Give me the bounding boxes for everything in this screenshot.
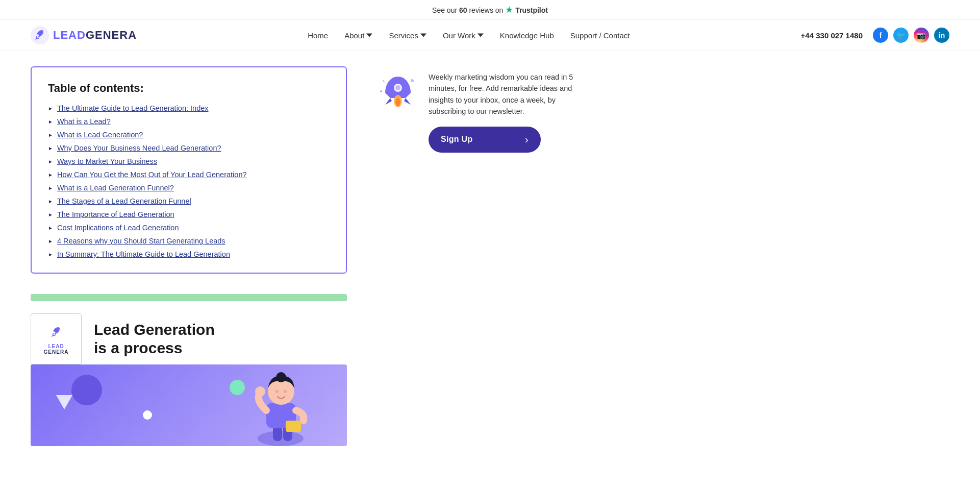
svg-point-16	[395, 98, 400, 106]
toc-arrow-icon: ►	[48, 119, 53, 125]
lead-genera-logo-text: LEADGENERA	[44, 344, 69, 355]
arrow-icon: ›	[525, 134, 529, 145]
chevron-down-icon	[366, 32, 372, 38]
toc-arrow-icon: ►	[48, 225, 53, 231]
toc-link[interactable]: Why Does Your Business Need Lead Generat…	[57, 144, 221, 152]
nav-about[interactable]: About	[344, 31, 372, 40]
right-column: Weekly marketing wisdom you can read in …	[378, 66, 949, 446]
toc-list-item: ► 4 Reasons why you Should Start Generat…	[48, 237, 330, 245]
svg-point-14	[395, 85, 400, 90]
toc-arrow-icon: ►	[48, 252, 53, 257]
nav-home[interactable]: Home	[308, 31, 328, 40]
green-divider	[31, 294, 347, 301]
svg-point-17	[411, 79, 414, 82]
main-nav: Home About Services Our Work Knowledge H…	[308, 31, 630, 40]
toc-arrow-icon: ►	[48, 212, 53, 217]
toc-list-item: ► What is a Lead?	[48, 117, 330, 126]
toc-link[interactable]: Cost Implications of Lead Generation	[57, 224, 179, 232]
toc-link[interactable]: What is a Lead Generation Funnel?	[57, 184, 174, 192]
toc-arrow-icon: ►	[48, 145, 53, 151]
toc-arrow-icon: ►	[48, 132, 53, 138]
toc-arrow-icon: ►	[48, 199, 53, 204]
newsletter-box: Weekly marketing wisdom you can read in …	[378, 71, 592, 153]
toc-link[interactable]: What is Lead Generation?	[57, 131, 143, 139]
toc-link[interactable]: How Can You Get the Most Out of Your Lea…	[57, 170, 247, 179]
newsletter-text: Weekly marketing wisdom you can read in …	[429, 71, 592, 117]
toc-list-item: ► The Importance of Lead Generation	[48, 210, 330, 218]
lead-genera-logo-icon	[47, 323, 65, 341]
toc-list-item: ► In Summary: The Ultimate Guide to Lead…	[48, 250, 330, 258]
toc-list-item: ► How Can You Get the Most Out of Your L…	[48, 170, 330, 179]
svg-point-10	[275, 390, 279, 393]
nav-services[interactable]: Services	[389, 31, 426, 40]
lead-gen-illustration	[31, 364, 347, 446]
nav-knowledge-hub[interactable]: Knowledge Hub	[500, 31, 554, 40]
logo[interactable]: LEADGENERA	[31, 26, 137, 44]
toc-list-item: ► What is a Lead Generation Funnel?	[48, 184, 330, 192]
svg-point-7	[255, 386, 265, 397]
signup-button[interactable]: Sign Up ›	[429, 127, 541, 153]
linkedin-icon[interactable]: in	[934, 28, 949, 43]
facebook-icon[interactable]: f	[873, 28, 888, 43]
illus-triangle	[56, 395, 72, 409]
toc-link[interactable]: What is a Lead?	[57, 117, 111, 126]
toc-arrow-icon: ►	[48, 172, 53, 178]
site-header: LEADGENERA Home About Services Our Work …	[0, 20, 980, 51]
social-icons: f 🐦 📷 in	[873, 28, 949, 43]
header-right: +44 330 027 1480 f 🐦 📷 in	[801, 28, 949, 43]
toc-list: ► The Ultimate Guide to Lead Generation:…	[48, 104, 330, 258]
instagram-icon[interactable]: 📷	[914, 28, 929, 43]
table-of-contents: Table of contents: ► The Ultimate Guide …	[31, 66, 347, 274]
chevron-down-icon	[478, 32, 484, 38]
svg-rect-12	[286, 421, 301, 432]
toc-link[interactable]: Ways to Market Your Business	[57, 157, 157, 165]
toc-list-item: ► Why Does Your Business Need Lead Gener…	[48, 144, 330, 152]
toc-list-item: ► What is Lead Generation?	[48, 131, 330, 139]
toc-title: Table of contents:	[48, 82, 330, 95]
trustpilot-text: See our 60 reviews on ★ Trustpilot	[432, 6, 548, 14]
nav-our-work[interactable]: Our Work	[443, 31, 484, 40]
svg-point-9	[276, 372, 286, 382]
main-content: Table of contents: ► The Ultimate Guide …	[0, 51, 980, 461]
toc-link[interactable]: The Stages of a Lead Generation Funnel	[57, 197, 191, 205]
toc-link[interactable]: The Importance of Lead Generation	[57, 210, 174, 218]
toc-list-item: ► The Ultimate Guide to Lead Generation:…	[48, 104, 330, 112]
svg-point-11	[284, 390, 287, 393]
toc-arrow-icon: ►	[48, 238, 53, 244]
toc-list-item: ► The Stages of a Lead Generation Funnel	[48, 197, 330, 205]
toc-arrow-icon: ►	[48, 159, 53, 164]
toc-arrow-icon: ►	[48, 185, 53, 191]
toc-link[interactable]: The Ultimate Guide to Lead Generation: I…	[57, 104, 209, 112]
lead-gen-title: Lead Generation is a process	[94, 321, 215, 357]
toc-list-item: ► Cost Implications of Lead Generation	[48, 224, 330, 232]
illus-dot	[143, 410, 152, 420]
nav-support[interactable]: Support / Contact	[570, 31, 630, 40]
toc-arrow-icon: ►	[48, 106, 53, 111]
illus-circle-dark	[71, 375, 102, 405]
newsletter-content: Weekly marketing wisdom you can read in …	[429, 71, 592, 153]
illus-person	[245, 372, 316, 446]
trustpilot-star-icon: ★	[505, 5, 513, 15]
lead-genera-logo-box: LEADGENERA	[31, 313, 82, 364]
trustpilot-bar: See our 60 reviews on ★ Trustpilot	[0, 0, 980, 20]
logo-rocket-icon	[31, 26, 49, 44]
phone-number[interactable]: +44 330 027 1480	[801, 31, 863, 40]
toc-link[interactable]: In Summary: The Ultimate Guide to Lead G…	[57, 250, 230, 258]
chevron-down-icon	[420, 32, 426, 38]
lead-gen-header: LEADGENERA Lead Generation is a process	[31, 313, 347, 364]
illus-circle-green	[230, 380, 245, 395]
toc-list-item: ► Ways to Market Your Business	[48, 157, 330, 165]
newsletter-rocket-icon	[378, 71, 418, 112]
lead-gen-section: LEADGENERA Lead Generation is a process	[31, 313, 347, 446]
left-column: Table of contents: ► The Ultimate Guide …	[31, 66, 347, 446]
twitter-icon[interactable]: 🐦	[893, 28, 909, 43]
toc-link[interactable]: 4 Reasons why you Should Start Generatin…	[57, 237, 225, 245]
